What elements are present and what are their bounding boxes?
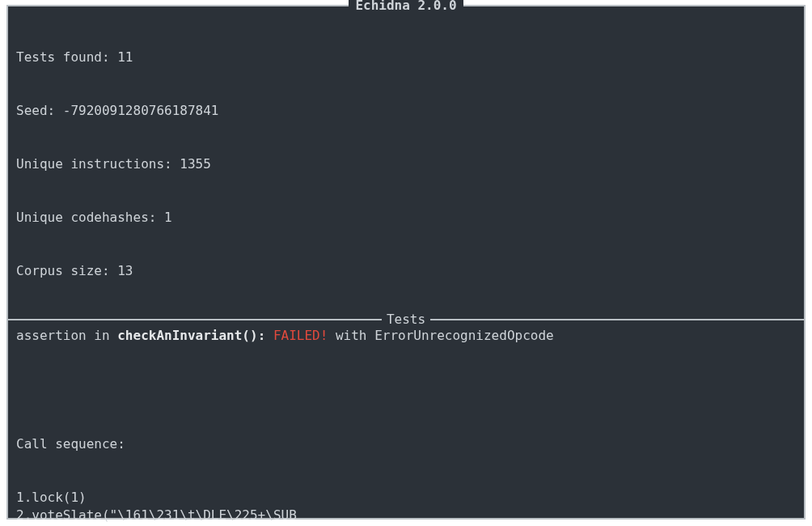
call-sequence-lines: 1.lock(1)2.voteSlate("\161\231\t\DLE\225… [16,489,796,526]
summary-tests-found: Tests found: 11 [16,49,796,66]
summary-seed: Seed: -7920091280766187841 [16,102,796,120]
tests-list: assertion in checkAnInvariant(): FAILED!… [8,320,804,526]
summary-corpus-size: Corpus size: 13 [16,262,796,280]
call-sequence-label: Call sequence: [16,435,796,453]
call-sequence-line: 1.lock(1) [16,489,796,507]
call-sequence: Call sequence: 1.lock(1)2.voteSlate("\16… [8,345,804,526]
call-sequence-line: 2.voteSlate("\161\231\t\DLE\225+\SUB [16,507,796,524]
blank-line [16,382,796,400]
test-failed-header: assertion in checkAnInvariant(): FAILED!… [8,320,804,345]
summary-unique-instructions: Unique instructions: 1355 [16,155,796,173]
summary-panel: Tests found: 11 Seed: -79200912807661878… [8,6,804,319]
tests-section-divider: Tests [8,319,804,320]
terminal-window: Echidna 2.0.0 Tests found: 11 Seed: -792… [6,5,806,520]
summary-unique-codehashes: Unique codehashes: 1 [16,209,796,227]
test-row-failed: assertion in checkAnInvariant(): FAILED!… [8,320,804,526]
